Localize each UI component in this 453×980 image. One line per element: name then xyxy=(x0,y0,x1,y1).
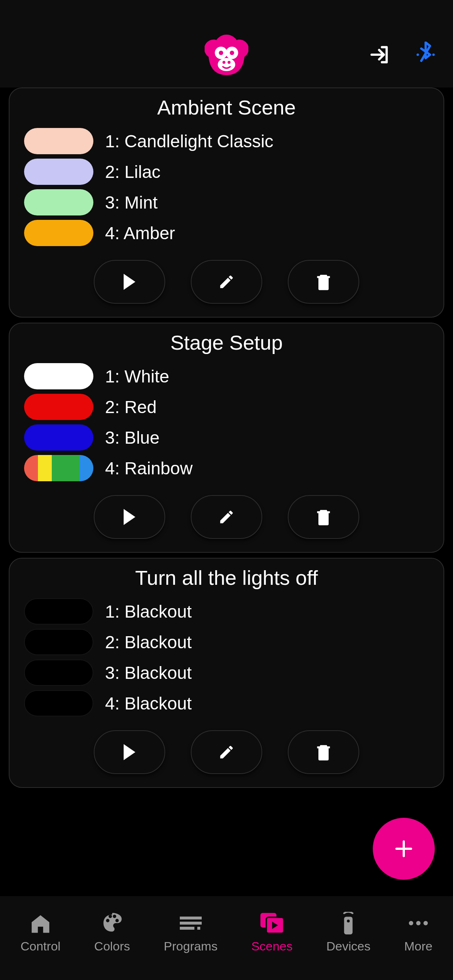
remote-icon xyxy=(335,912,361,934)
svg-point-5 xyxy=(222,61,225,64)
color-swatch xyxy=(24,128,93,154)
scene-row-label: 3: Mint xyxy=(105,192,158,213)
scene-row[interactable]: 4: Rainbow xyxy=(24,455,429,481)
edit-button[interactable] xyxy=(191,730,262,774)
nav-more[interactable]: More xyxy=(404,912,432,953)
nav-label: Colors xyxy=(94,939,130,953)
play-button[interactable] xyxy=(94,260,165,304)
scene-title: Stage Setup xyxy=(24,331,429,355)
svg-rect-10 xyxy=(180,922,202,924)
list-icon xyxy=(178,912,204,934)
scene-row[interactable]: 3: Blue xyxy=(24,425,429,450)
color-swatch xyxy=(24,629,93,655)
scene-row-label: 1: Candlelight Classic xyxy=(105,131,274,151)
nav-label: Devices xyxy=(327,939,370,953)
scene-row[interactable]: 4: Amber xyxy=(24,220,429,246)
nav-control[interactable]: Control xyxy=(21,912,61,953)
scene-card: Ambient Scene 1: Candlelight Classic 2: … xyxy=(9,88,444,318)
color-swatch xyxy=(24,363,93,390)
scene-row-label: 2: Lilac xyxy=(105,162,161,182)
scene-title: Turn all the lights off xyxy=(24,566,429,590)
delete-button[interactable] xyxy=(288,495,359,539)
svg-rect-9 xyxy=(180,916,202,920)
nav-devices[interactable]: Devices xyxy=(327,912,370,953)
scene-row-label: 1: Blackout xyxy=(105,601,191,622)
color-swatch xyxy=(24,690,93,716)
delete-button[interactable] xyxy=(288,260,359,304)
nav-label: Scenes xyxy=(251,939,292,953)
color-swatch xyxy=(24,159,93,185)
scene-card: Turn all the lights off 1: Blackout 2: B… xyxy=(9,558,444,788)
nav-colors[interactable]: Colors xyxy=(94,912,130,953)
svg-point-8 xyxy=(432,54,435,56)
scene-row-label: 1: White xyxy=(105,366,169,387)
bottom-nav: Control Colors Programs Scenes xyxy=(0,896,453,980)
nav-label: Programs xyxy=(164,939,217,953)
svg-rect-15 xyxy=(344,916,353,934)
color-swatch xyxy=(24,189,93,215)
svg-point-4 xyxy=(218,58,235,71)
play-button[interactable] xyxy=(94,495,165,539)
nav-label: More xyxy=(404,939,432,953)
color-swatch xyxy=(24,394,93,420)
scene-row[interactable]: 1: Blackout xyxy=(24,598,429,625)
add-scene-button[interactable] xyxy=(373,818,435,880)
nav-scenes[interactable]: Scenes xyxy=(251,912,292,953)
edit-button[interactable] xyxy=(191,495,262,539)
svg-point-7 xyxy=(416,54,419,56)
scene-row-label: 3: Blue xyxy=(105,428,160,448)
color-swatch xyxy=(24,598,93,625)
scene-row[interactable]: 4: Blackout xyxy=(24,690,429,716)
scenes-list: Ambient Scene 1: Candlelight Classic 2: … xyxy=(0,88,453,788)
palette-icon xyxy=(99,912,125,934)
svg-point-19 xyxy=(423,921,428,925)
scene-row[interactable]: 1: Candlelight Classic xyxy=(24,128,429,154)
svg-point-3 xyxy=(230,51,234,55)
scene-row-label: 3: Blackout xyxy=(105,663,191,683)
scene-row[interactable]: 3: Mint xyxy=(24,189,429,215)
scene-row[interactable]: 2: Lilac xyxy=(24,159,429,185)
scene-card: Stage Setup 1: White 2: Red 3: Blue 4: R… xyxy=(9,323,444,553)
color-swatch xyxy=(24,660,93,686)
play-button[interactable] xyxy=(94,730,165,774)
svg-point-18 xyxy=(416,921,421,925)
color-swatch xyxy=(24,425,93,450)
scene-row-label: 2: Blackout xyxy=(105,632,191,652)
svg-rect-12 xyxy=(197,927,200,930)
app-header xyxy=(0,0,453,88)
edit-button[interactable] xyxy=(191,260,262,304)
plus-icon xyxy=(393,838,415,860)
scene-row-label: 4: Amber xyxy=(105,223,175,243)
svg-rect-11 xyxy=(180,927,195,930)
bluetooth-icon[interactable] xyxy=(413,42,439,67)
scene-row[interactable]: 2: Red xyxy=(24,394,429,420)
scene-row-label: 2: Red xyxy=(105,397,156,417)
svg-point-17 xyxy=(409,921,413,925)
svg-point-6 xyxy=(228,61,231,64)
delete-button[interactable] xyxy=(288,730,359,774)
scene-title: Ambient Scene xyxy=(24,95,429,119)
scene-row-label: 4: Blackout xyxy=(105,694,191,713)
color-swatch-rainbow xyxy=(24,455,93,481)
scene-row[interactable]: 1: White xyxy=(24,363,429,390)
color-swatch xyxy=(24,220,93,246)
scene-row[interactable]: 2: Blackout xyxy=(24,629,429,655)
svg-point-2 xyxy=(219,51,223,55)
scene-row[interactable]: 3: Blackout xyxy=(24,660,429,686)
nav-label: Control xyxy=(21,939,61,953)
home-icon xyxy=(28,912,53,934)
scene-row-label: 4: Rainbow xyxy=(105,458,193,478)
dots-icon xyxy=(405,912,431,934)
login-icon[interactable] xyxy=(367,42,393,67)
svg-point-16 xyxy=(347,920,350,923)
scenes-icon xyxy=(259,912,285,934)
nav-programs[interactable]: Programs xyxy=(164,912,217,953)
app-logo-icon xyxy=(205,35,248,87)
